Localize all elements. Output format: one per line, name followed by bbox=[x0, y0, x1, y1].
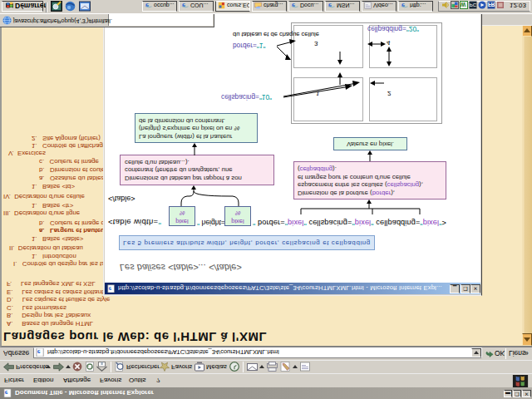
svg-text:e: e bbox=[401, 2, 405, 9]
svg-text:e: e bbox=[37, 348, 41, 356]
svg-text:PC: PC bbox=[470, 2, 477, 7]
svg-text:W: W bbox=[461, 2, 466, 8]
svg-text:e: e bbox=[109, 285, 112, 293]
svg-text:e: e bbox=[182, 2, 185, 9]
svg-text:e: e bbox=[145, 2, 149, 9]
svg-text:FR: FR bbox=[488, 2, 495, 8]
svg-text:e: e bbox=[5, 389, 8, 397]
svg-text:e: e bbox=[328, 2, 332, 9]
svg-text:e: e bbox=[292, 2, 295, 9]
